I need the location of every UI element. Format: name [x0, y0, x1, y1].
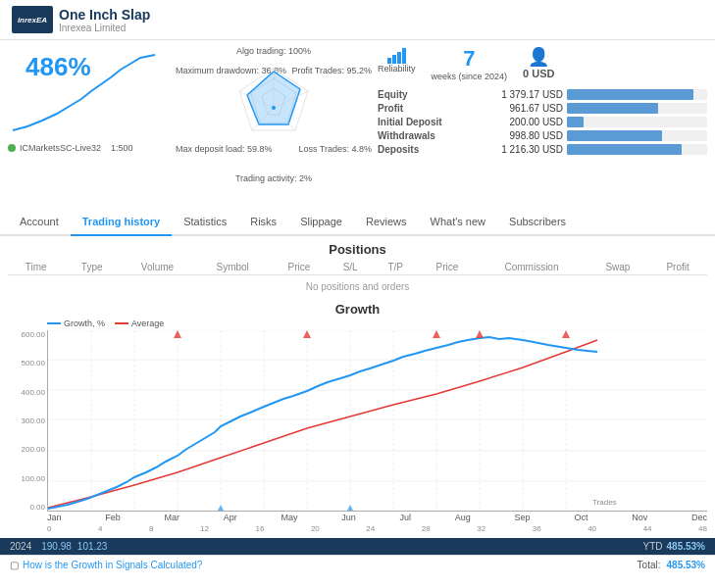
col-header-t/p: T/P [373, 260, 419, 275]
x-month-label: Nov [632, 513, 647, 522]
metric-value: 200.00 USD [475, 117, 563, 127]
x-num-label: 4 [98, 524, 102, 533]
svg-marker-33 [218, 505, 224, 511]
tab-reviews[interactable]: Reviews [354, 209, 419, 236]
svg-text:Trades: Trades [592, 498, 617, 507]
y-label: 200.00 [8, 445, 45, 454]
col-header-price: Price [271, 260, 329, 275]
x-axis-months: JanFebMarAprMayJunJulAugSepOctNovDec [47, 512, 707, 523]
tab-slippage[interactable]: Slippage [288, 209, 354, 236]
tabs-bar: AccountTrading historyStatisticsRisksSli… [0, 209, 715, 236]
col-header-price: Price [419, 260, 477, 275]
col-header-symbol: Symbol [195, 260, 271, 275]
svg-point-9 [272, 106, 276, 110]
broker-status-dot [8, 144, 16, 152]
bottom-year: 2024 [10, 541, 31, 552]
metric-bar [567, 103, 658, 114]
weeks-label: weeks (since 2024) [432, 72, 508, 81]
x-num-label: 28 [422, 524, 431, 533]
metric-bar-wrap [567, 130, 707, 141]
metric-value: 961.67 USD [475, 103, 563, 114]
tab-account[interactable]: Account [8, 209, 71, 236]
app-subtitle: Inrexea Limited [59, 23, 150, 33]
x-num-label: 16 [255, 524, 264, 533]
x-month-label: Sep [515, 513, 531, 522]
svg-marker-30 [433, 330, 440, 338]
tab-trading-history[interactable]: Trading history [71, 209, 172, 236]
left-panel: 486% ICMarketsSC-Live32 1:500 [8, 46, 170, 201]
metric-row: Withdrawals 998.80 USD [378, 130, 707, 141]
y-label: 100.00 [8, 474, 45, 483]
x-month-label: Dec [691, 513, 707, 522]
tab-risks[interactable]: Risks [238, 209, 288, 236]
y-label: 0.00 [8, 503, 45, 512]
tab-statistics[interactable]: Statistics [172, 209, 238, 236]
positions-table: TimeTypeVolumeSymbolPriceS/LT/PPriceComm… [8, 260, 707, 298]
reliability-item: Reliability [378, 46, 416, 74]
broker-name: ICMarketsSC-Live32 [20, 143, 101, 153]
x-num-label: 44 [643, 524, 652, 533]
metric-label: Initial Deposit [378, 117, 471, 127]
bottom-val1: 190.98 [41, 541, 72, 552]
logo-box: inrexEA [12, 6, 53, 33]
x-num-label: 40 [587, 524, 596, 533]
bottom-bar: 2024 190.98 101.23 YTD 485.53% [0, 538, 715, 555]
legend-growth: Growth, % [47, 318, 105, 328]
bottom-val2: 101.23 [77, 541, 108, 552]
tab-what's-new[interactable]: What's new [419, 209, 498, 236]
metric-bar-wrap [567, 144, 707, 155]
header: inrexEA One Inch Slap Inrexea Limited [0, 0, 715, 40]
usd-label: 0 USD [523, 68, 554, 79]
metric-value: 998.80 USD [475, 130, 563, 141]
col-header-volume: Volume [120, 260, 195, 275]
weeks-item: 7 weeks (since 2024) [432, 46, 508, 81]
x-num-label: 8 [149, 524, 153, 533]
metric-bar-wrap [567, 103, 707, 114]
metrics-list: Equity 1 379.17 USD Profit 961.67 USD In… [378, 89, 707, 155]
svg-marker-32 [562, 330, 570, 338]
checkbox-icon: ▢ [10, 560, 19, 570]
app-title: One Inch Slap [59, 7, 150, 23]
trading-activity-label: Trading activity: 2% [235, 173, 312, 183]
y-axis: 600.00500.00400.00300.00200.00100.000.00 [8, 330, 47, 512]
x-month-label: Jun [341, 513, 356, 522]
algo-trading-label: Algo trading: 100% [236, 46, 311, 56]
metric-bar [567, 89, 693, 100]
x-month-label: Oct [574, 513, 587, 522]
total-value: 485.53% [667, 560, 705, 570]
col-header-swap: Swap [587, 260, 649, 275]
positions-section: Positions TimeTypeVolumeSymbolPriceS/LT/… [0, 236, 715, 298]
metric-value: 1 379.17 USD [475, 89, 563, 100]
metric-bar [567, 130, 662, 141]
y-label: 400.00 [8, 388, 45, 397]
metric-row: Initial Deposit 200.00 USD [378, 117, 707, 127]
x-month-label: Apr [224, 513, 237, 522]
footer-row: ▢ How is the Growth in Signals Calculate… [0, 555, 715, 574]
metric-bar [567, 144, 682, 155]
metric-label: Equity [378, 89, 471, 100]
metric-label: Profit [378, 103, 471, 114]
y-label: 300.00 [8, 416, 45, 425]
growth-title: Growth [8, 302, 707, 317]
metric-row: Profit 961.67 USD [378, 103, 707, 114]
growth-calc-link[interactable]: How is the Growth in Signals Calculated? [23, 560, 202, 570]
x-month-label: May [281, 513, 298, 522]
x-axis-numbers: 04812162024283236404448 [47, 523, 707, 534]
svg-marker-31 [476, 330, 484, 338]
svg-marker-34 [347, 505, 353, 511]
x-month-label: Feb [105, 513, 121, 522]
ytd-label: YTD [643, 541, 663, 552]
tab-subscribers[interactable]: Subscribers [497, 209, 578, 236]
metric-bar-wrap [567, 117, 707, 127]
metric-row: Deposits 1 216.30 USD [378, 144, 707, 155]
x-num-label: 36 [533, 524, 541, 533]
x-num-label: 20 [311, 524, 320, 533]
positions-title: Positions [8, 236, 707, 260]
x-num-label: 32 [477, 524, 485, 533]
growth-section: Growth Growth, % Average 600.00500.00400… [0, 298, 715, 534]
x-num-label: 24 [366, 524, 375, 533]
col-header-s/l: S/L [328, 260, 373, 275]
x-month-label: Mar [165, 513, 180, 522]
metric-value: 1 216.30 USD [475, 144, 563, 155]
leverage-value: 1:500 [111, 143, 133, 153]
